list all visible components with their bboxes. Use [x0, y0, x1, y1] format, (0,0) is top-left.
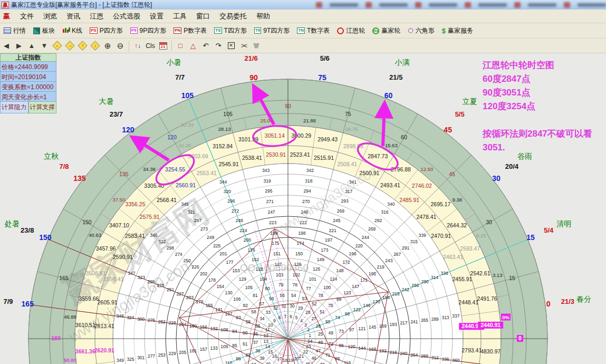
rim-degree-label: 45: [444, 126, 452, 134]
toolbar-button-板块[interactable]: 板块: [30, 24, 59, 37]
wheel-number: 195: [369, 271, 376, 276]
updown-icon[interactable]: ↑↓: [132, 40, 143, 52]
analysis-note: 江恩轮中轮时空图60度2847点90度3051点120度3254点 按循环法则2…: [483, 59, 605, 155]
calc-support-button[interactable]: 计算支撑: [28, 102, 57, 113]
wheel-number: 227: [176, 291, 184, 296]
menu-item-8[interactable]: 交易委托: [215, 10, 252, 23]
rim-date-label: 5/5: [455, 110, 465, 118]
diamond-down-icon[interactable]: ↓: [89, 40, 101, 52]
menu-logo-icon: 赢: [3, 12, 10, 21]
wheel-number: 16: [272, 353, 277, 359]
wheel-label: 2568.41: [157, 197, 177, 203]
square-tool-icon[interactable]: □: [175, 40, 186, 52]
wheel-number: 224: [239, 228, 247, 233]
box-icon: T9: [254, 27, 261, 34]
toolbar-label: 9P四方形: [140, 26, 167, 35]
diamond-up-icon[interactable]: ↑: [76, 40, 88, 52]
toolbar-button-T四方形[interactable]: TST四方形: [210, 24, 251, 37]
wheel-number: 292: [374, 218, 382, 223]
toolbar-button-六角形[interactable]: ⬡六角形: [404, 24, 438, 37]
wheel-number: 348: [117, 313, 124, 319]
wheel-label: 34.38: [143, 166, 156, 172]
toolbar-button-赢家服务[interactable]: $赢家服务: [438, 24, 477, 37]
wheel-label: 60: [401, 134, 407, 140]
toolbar-button-P四方形[interactable]: PSP四方形: [86, 24, 127, 37]
wheel-number: 72: [328, 341, 333, 347]
zoom-out-icon[interactable]: ⊖: [114, 40, 126, 52]
wheel-number: 127: [274, 262, 282, 267]
wheel-number: 5: [295, 315, 298, 320]
wheel-number: 323: [138, 275, 145, 280]
menu-item-7[interactable]: 窗口: [191, 10, 215, 23]
toolbar-button-9P四方形[interactable]: P99P四方形: [127, 24, 170, 37]
window-title: 赢家江恩专业版[赢家服务平台] - [上证指数 江恩轮]: [11, 1, 152, 9]
nav-right-icon[interactable]: ▶: [13, 40, 25, 52]
menu-item-5[interactable]: 设置: [145, 10, 168, 23]
menu-item-0[interactable]: 文件: [15, 10, 39, 23]
nav-up-icon[interactable]: ▲: [26, 40, 37, 52]
menu-item-2[interactable]: 资讯: [62, 10, 85, 23]
wheel-label: 3051.14: [265, 132, 285, 139]
menu-item-4[interactable]: 公式选股: [108, 10, 145, 23]
toolbar-button-江恩轮[interactable]: 江恩轮: [333, 24, 369, 37]
diamond-left-icon[interactable]: ←: [51, 40, 63, 52]
wheel-number: 346: [150, 233, 157, 238]
toolbar-button-T数字表[interactable]: TNT数字表: [293, 24, 333, 37]
toolbar-button-行情[interactable]: 行情: [0, 24, 30, 37]
wheel-label: 2746.02: [412, 183, 432, 189]
wheel-number: 301: [137, 355, 145, 360]
fit-icon[interactable]: ><: [238, 40, 249, 52]
solar-term-label: 立夏: [463, 97, 477, 106]
toolbar-button-9T四方形[interactable]: T99T四方形: [251, 24, 293, 37]
wheel-number: 36: [253, 331, 258, 337]
wheel-number: 74: [335, 315, 340, 320]
menu-item-6[interactable]: 工具: [168, 10, 191, 23]
nav-down-icon[interactable]: ▼: [39, 40, 50, 52]
menu-item-9[interactable]: 帮助: [252, 10, 275, 23]
wheel-number: 318: [305, 178, 312, 184]
highlight-arrow[interactable]: [383, 106, 384, 146]
menu-item-1[interactable]: 浏览: [39, 10, 62, 23]
pin-icon[interactable]: [251, 40, 262, 52]
nav-left-icon[interactable]: ◀: [1, 40, 12, 52]
wheel-number: 200: [244, 237, 251, 243]
calc-resistance-button[interactable]: 计算阻力: [0, 102, 28, 113]
wheel-number: 47: [315, 348, 321, 353]
select-box-icon[interactable]: ✕: [225, 40, 237, 52]
rotate-cw-icon[interactable]: ↷: [213, 40, 224, 52]
wheel-label: 135: [119, 171, 129, 177]
toolbar-button-K线[interactable]: K线: [59, 24, 86, 37]
calendar-icon[interactable]: 21: [157, 40, 169, 52]
wheel-number: 338: [440, 271, 448, 276]
wheel-number: 154: [217, 284, 224, 289]
toolbar-label: 赢家轮: [381, 26, 400, 35]
rim-degree-label: 75: [318, 73, 326, 82]
rim-degree-label: 60: [384, 91, 393, 100]
diamond-right-icon[interactable]: →: [64, 40, 75, 52]
circle-icon: Big: [372, 27, 379, 34]
wheel-number: 63: [251, 362, 256, 364]
app-icon: 赢: [2, 2, 9, 8]
wheel-number: 321: [188, 209, 195, 215]
wheel-label: 2949.43: [318, 136, 338, 142]
wheel-number: 197: [325, 237, 332, 243]
wheel-label: 2470.91: [431, 233, 451, 239]
wheel-number: 288: [421, 353, 428, 359]
circle-icon: [337, 27, 344, 34]
wheel-number: 300: [137, 317, 145, 322]
toolbar-button-赢家轮[interactable]: Big赢家轮: [369, 24, 404, 37]
rotate-ccw-icon[interactable]: ↶: [200, 40, 211, 52]
wheel-number: 24: [307, 339, 313, 344]
triangle-tool-icon[interactable]: △: [187, 40, 199, 52]
wheel-number: 297: [194, 218, 201, 223]
menu-item-3[interactable]: 江恩: [85, 10, 108, 23]
cls-button[interactable]: Cls: [145, 40, 156, 52]
application-window: 赢 赢家江恩专业版[赢家服务平台] - [上证指数 江恩轮] 赢 文件浏览资讯江…: [0, 0, 606, 364]
zoom-in-icon[interactable]: ⊕: [102, 40, 113, 52]
wheel-number: 170: [373, 299, 380, 304]
gann-wheel-chart-area[interactable]: 赢家财富网www.yingjia360.comwww.yingjia360.co…: [0, 53, 606, 364]
wheel-label: 15: [509, 275, 515, 281]
toolbar-button-P数字表[interactable]: PNP数字表: [170, 24, 210, 37]
wheel-number: 23: [306, 344, 311, 349]
wheel-number: 18: [283, 358, 288, 363]
